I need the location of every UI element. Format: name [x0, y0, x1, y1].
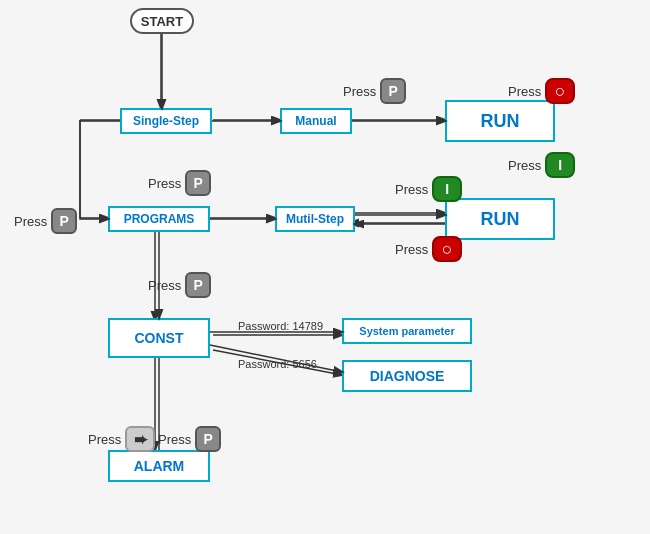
manual-node: Manual	[280, 108, 352, 134]
mutil-step-node: Mutil-Step	[275, 206, 355, 232]
password-14789: Password: 14789	[238, 320, 323, 332]
alarm-node: ALARM	[108, 450, 210, 482]
press-stop-run1: Press ○	[508, 78, 575, 104]
press-p-programs: Press P	[148, 170, 211, 196]
start-node: START	[130, 8, 194, 34]
press-p-left: Press P	[14, 208, 77, 234]
p-button-programs[interactable]: P	[185, 170, 211, 196]
password-5656: Password: 5656	[238, 358, 317, 370]
p-button-const[interactable]: P	[185, 272, 211, 298]
single-step-node: Single-Step	[120, 108, 212, 134]
press-p-const: Press P	[148, 272, 211, 298]
p-button-alarm[interactable]: P	[195, 426, 221, 452]
stop-button-run2[interactable]: ○	[432, 236, 462, 262]
press-run-run1: Press I	[508, 152, 575, 178]
system-param-node: System parameter	[342, 318, 472, 344]
const-node: CONST	[108, 318, 210, 358]
press-arrow-alarm: Press ➨	[88, 426, 155, 452]
run-button-run2[interactable]: I	[432, 176, 462, 202]
diagnose-node: DIAGNOSE	[342, 360, 472, 392]
run2-node: RUN	[445, 198, 555, 240]
stop-button-run1[interactable]: ○	[545, 78, 575, 104]
diagram: START Single-Step Manual RUN PROGRAMS Mu…	[0, 0, 650, 534]
run1-node: RUN	[445, 100, 555, 142]
press-p-alarm: Press P	[158, 426, 221, 452]
programs-node: PROGRAMS	[108, 206, 210, 232]
p-button-left[interactable]: P	[51, 208, 77, 234]
p-button-manual[interactable]: P	[380, 78, 406, 104]
press-stop-run2: Press ○	[395, 236, 462, 262]
press-p-manual: Press P	[343, 78, 406, 104]
arrow-button-alarm[interactable]: ➨	[125, 426, 155, 452]
press-run-run2: Press I	[395, 176, 462, 202]
run-button-run1[interactable]: I	[545, 152, 575, 178]
